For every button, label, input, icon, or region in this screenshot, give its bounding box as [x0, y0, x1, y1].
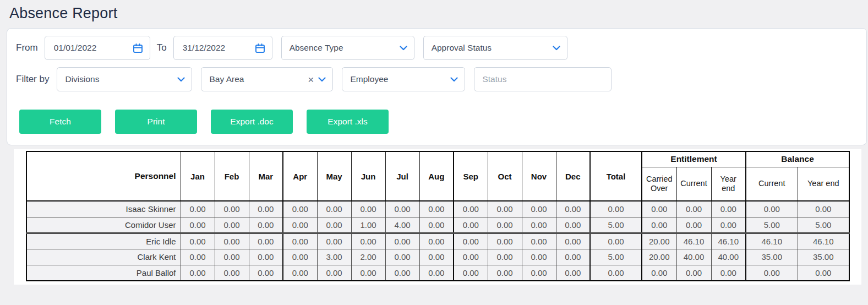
entitlement-value-cell: 0.00: [642, 217, 676, 233]
clear-selection-icon[interactable]: ×: [307, 74, 315, 85]
export-xls-button[interactable]: Export .xls: [307, 110, 389, 134]
to-date-field[interactable]: [173, 36, 272, 60]
chevron-down-icon: [450, 77, 458, 82]
personnel-cell: Comidor User: [26, 217, 181, 233]
chevron-down-icon: [400, 46, 407, 51]
month-value-cell: 0.00: [522, 233, 556, 249]
column-header-month: Nov: [522, 151, 556, 201]
month-value-cell: 0.00: [522, 265, 556, 281]
total-value-cell: 5.00: [590, 249, 642, 265]
column-header-entitlement-year-end: Year end: [711, 167, 746, 201]
month-value-cell: 0.00: [215, 201, 249, 217]
entitlement-value-cell: 46.10: [711, 233, 746, 249]
absence-type-value: Absence Type: [290, 43, 394, 53]
month-value-cell: 0.00: [454, 217, 488, 233]
entitlement-value-cell: 40.00: [711, 249, 746, 265]
absence-report-table: PersonnelJanFebMarAprMayJunJulAugSepOctN…: [26, 151, 850, 281]
balance-value-cell: 0.00: [798, 265, 849, 281]
entitlement-value-cell: 20.00: [642, 249, 676, 265]
month-value-cell: 0.00: [249, 249, 283, 265]
month-value-cell: 0.00: [488, 217, 522, 233]
month-value-cell: 0.00: [249, 233, 283, 249]
month-value-cell: 0.00: [283, 201, 317, 217]
balance-value-cell: 46.10: [746, 233, 798, 249]
month-value-cell: 0.00: [556, 201, 590, 217]
month-value-cell: 2.00: [351, 249, 385, 265]
status-input[interactable]: [474, 67, 612, 91]
table-row: Clark Kent0.000.000.000.003.002.000.000.…: [26, 249, 849, 265]
export-doc-button[interactable]: Export .doc: [211, 110, 293, 134]
division-value-select[interactable]: Bay Area ×: [201, 67, 333, 91]
month-value-cell: 0.00: [419, 265, 454, 281]
column-header-balance-current: Current: [746, 167, 798, 201]
month-value-cell: 0.00: [454, 265, 488, 281]
division-selected-value: Bay Area: [209, 74, 244, 84]
month-value-cell: 0.00: [419, 201, 454, 217]
month-value-cell: 0.00: [283, 249, 317, 265]
calendar-icon[interactable]: [133, 43, 143, 53]
month-value-cell: 0.00: [385, 233, 419, 249]
month-value-cell: 0.00: [556, 233, 590, 249]
report-table-card: PersonnelJanFebMarAprMayJunJulAugSepOctN…: [14, 149, 861, 285]
month-value-cell: 3.00: [317, 249, 351, 265]
month-value-cell: 0.00: [283, 265, 317, 281]
month-value-cell: 0.00: [351, 201, 385, 217]
month-value-cell: 0.00: [419, 233, 454, 249]
table-row: Comidor User0.000.000.000.000.001.004.00…: [26, 217, 849, 233]
month-value-cell: 0.00: [351, 265, 385, 281]
from-date-field[interactable]: [45, 36, 150, 60]
column-header-month: Jun: [351, 151, 385, 201]
month-value-cell: 0.00: [385, 265, 419, 281]
column-header-month: Jan: [181, 151, 215, 201]
filter-by-label: Filter by: [16, 74, 49, 85]
chevron-down-icon: [553, 46, 560, 51]
employee-select[interactable]: Employee: [342, 67, 465, 91]
month-value-cell: 0.00: [317, 201, 351, 217]
calendar-icon[interactable]: [255, 43, 265, 53]
to-label: To: [157, 42, 167, 53]
column-header-month: Mar: [249, 151, 283, 201]
column-header-month: May: [317, 151, 351, 201]
month-value-cell: 4.00: [385, 217, 419, 233]
balance-value-cell: 35.00: [798, 249, 849, 265]
month-value-cell: 0.00: [556, 265, 590, 281]
balance-value-cell: 0.00: [746, 265, 798, 281]
balance-value-cell: 5.00: [746, 217, 798, 233]
table-row: Paul Ballof0.000.000.000.000.000.000.000…: [26, 265, 849, 281]
balance-value-cell: 5.00: [798, 217, 849, 233]
month-value-cell: 0.00: [385, 249, 419, 265]
to-date-input[interactable]: [182, 42, 248, 53]
month-value-cell: 0.00: [317, 265, 351, 281]
table-row: Isaac Skinner0.000.000.000.000.000.000.0…: [26, 201, 849, 217]
chevron-down-icon: [318, 77, 326, 82]
month-value-cell: 0.00: [317, 217, 351, 233]
fetch-button[interactable]: Fetch: [19, 110, 101, 134]
month-value-cell: 0.00: [385, 201, 419, 217]
month-value-cell: 0.00: [488, 249, 522, 265]
absence-type-select[interactable]: Absence Type: [281, 36, 414, 60]
approval-status-select[interactable]: Approval Status: [423, 36, 567, 60]
month-value-cell: 0.00: [317, 233, 351, 249]
balance-value-cell: 0.00: [746, 201, 798, 217]
entitlement-value-cell: 40.00: [676, 249, 711, 265]
personnel-cell: Clark Kent: [26, 249, 181, 265]
from-date-input[interactable]: [53, 42, 119, 53]
personnel-cell: Paul Ballof: [26, 265, 181, 281]
column-header-month: Oct: [488, 151, 522, 201]
divisions-value: Divisions: [65, 74, 172, 84]
total-value-cell: 0.00: [590, 265, 642, 281]
entitlement-value-cell: 0.00: [676, 201, 711, 217]
column-header-month: Feb: [215, 151, 249, 201]
month-value-cell: 0.00: [488, 265, 522, 281]
print-button[interactable]: Print: [115, 110, 197, 134]
personnel-cell: Eric Idle: [26, 233, 181, 249]
month-value-cell: 0.00: [215, 265, 249, 281]
entitlement-value-cell: 46.10: [676, 233, 711, 249]
employee-value: Employee: [350, 74, 445, 84]
month-value-cell: 0.00: [249, 201, 283, 217]
balance-value-cell: 35.00: [746, 249, 798, 265]
total-value-cell: 0.00: [590, 233, 642, 249]
month-value-cell: 0.00: [419, 249, 454, 265]
divisions-select[interactable]: Divisions: [57, 67, 192, 91]
filter-panel: From To: [7, 28, 867, 145]
